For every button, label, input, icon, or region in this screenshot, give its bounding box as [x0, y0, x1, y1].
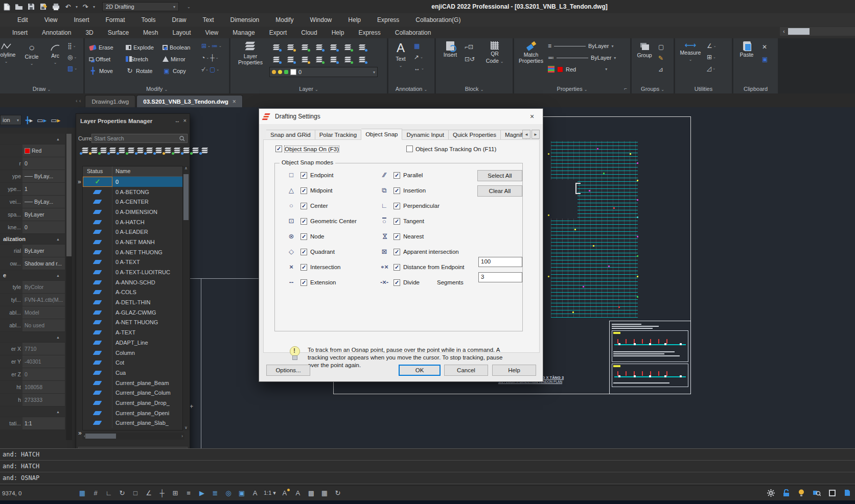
- osnap-checkbox[interactable]: ✓: [301, 187, 307, 194]
- lock-icon[interactable]: [781, 488, 791, 497]
- layer-row[interactable]: ✓ A-NET THUONG: [83, 318, 184, 328]
- menu-item[interactable]: Draw: [164, 16, 195, 23]
- layer-status-cell[interactable]: ✓: [83, 257, 112, 268]
- clear-all-button[interactable]: Clear All: [477, 185, 522, 197]
- layer-tool-icon[interactable]: [315, 57, 323, 63]
- file-tab-active[interactable]: 03.S201_VNB_L3_Tendon.dwg ×: [136, 95, 243, 107]
- panel-label-properties[interactable]: Properties ⌄ ⌐: [514, 86, 630, 92]
- menu-item[interactable]: Help: [340, 16, 369, 23]
- layer-row[interactable]: ✓ ADAPT_Line: [83, 338, 184, 348]
- layer-name[interactable]: ADAPT_Line: [112, 340, 148, 346]
- menu-item[interactable]: Modify: [267, 16, 302, 23]
- layer-row[interactable]: ✓ Current_plane_Colum: [83, 388, 184, 398]
- layer-status-cell[interactable]: ✓: [83, 398, 112, 408]
- divide-checkbox[interactable]: ✓: [394, 279, 400, 286]
- bulb-icon[interactable]: [797, 488, 806, 497]
- ribbon-tab[interactable]: Layout: [165, 29, 198, 36]
- layer-name[interactable]: Current_plane_Openi: [112, 410, 169, 416]
- layer-row[interactable]: ✓ 0 A-NET THUONG: [83, 247, 184, 257]
- match-properties-button[interactable]: Match Properties: [516, 41, 546, 64]
- osnap-checkbox[interactable]: ✓: [394, 203, 400, 209]
- ribbon-tab[interactable]: Annotation: [35, 29, 78, 36]
- calculator-icon[interactable]: ⊞ ⌄: [707, 54, 717, 61]
- layer-name[interactable]: 0 A-BETONG: [112, 189, 149, 195]
- status-toggle-icon[interactable]: ∟: [103, 488, 114, 499]
- selection-dropdown[interactable]: ion▾: [0, 115, 21, 125]
- redo-dropdown-icon[interactable]: ▾: [93, 5, 95, 9]
- array-tool-icon[interactable]: ⊞⌄ ≔⌄: [201, 42, 222, 50]
- command-window[interactable]: and: HATCHand: HATCHand: OSNAP: [0, 448, 855, 485]
- layer-status-cell[interactable]: ✓: [83, 197, 112, 207]
- layer-row[interactable]: ✓ 0 A-NET MANH: [83, 237, 184, 247]
- ungroup-icon[interactable]: ▢: [658, 43, 664, 51]
- layer-name[interactable]: 0 A-LEADER: [112, 229, 148, 235]
- property-row[interactable]: er Y -40301: [0, 355, 65, 368]
- panel-label-groups[interactable]: Groups ⌄: [632, 86, 674, 92]
- scrollbar-thumb[interactable]: [788, 28, 810, 35]
- layer-status-cell[interactable]: ✓: [83, 368, 112, 378]
- new-file-icon[interactable]: [2, 3, 11, 11]
- layer-row[interactable]: ✓ A-COLS: [83, 287, 184, 298]
- property-row[interactable]: tyle ByColor: [0, 281, 65, 293]
- status-toggle-icon[interactable]: ▣: [236, 488, 247, 499]
- cut-icon[interactable]: ✕: [762, 43, 768, 51]
- layer-row[interactable]: ✓ 0 A-LEADER: [83, 227, 184, 237]
- dimension-icon[interactable]: ↔ ⌄: [414, 65, 424, 72]
- layer-status-cell[interactable]: ✓: [83, 388, 112, 398]
- table-icon[interactable]: ▦: [414, 42, 424, 50]
- layer-name[interactable]: 0 A-NET MANH: [112, 239, 155, 245]
- layer-row[interactable]: ✓ Cot: [83, 357, 184, 368]
- layer-tool-icon[interactable]: [287, 44, 295, 51]
- panel-label-modify[interactable]: Modify ⌄: [85, 86, 229, 92]
- status-toggle-icon[interactable]: ┼: [156, 488, 168, 499]
- menu-item[interactable]: Insert: [65, 16, 97, 23]
- menu-item[interactable]: Collaboration(G): [407, 16, 469, 23]
- ribbon-tab[interactable]: Cloud: [294, 29, 324, 36]
- search-badge-icon[interactable]: [812, 488, 821, 497]
- rectangle-tool-icon[interactable]: ⣿ ⌄: [67, 42, 77, 50]
- layer-name[interactable]: 0 A-TEXT-LUOITRUC: [112, 269, 170, 275]
- ribbon-tab[interactable]: Help: [325, 29, 352, 36]
- crossing-select-icon[interactable]: ▭▸: [51, 116, 60, 124]
- layer-status-cell[interactable]: ✓: [83, 378, 112, 388]
- modify-button[interactable]: Rotate: [126, 67, 163, 75]
- layer-name[interactable]: Cot: [112, 359, 124, 366]
- layer-name[interactable]: Column: [112, 350, 135, 356]
- property-row[interactable]: abl... No used: [0, 319, 65, 331]
- layer-tool-icon[interactable]: [344, 44, 352, 51]
- osnap-checkbox[interactable]: ✓: [394, 172, 400, 179]
- palette-scrollbar-thumb[interactable]: [66, 134, 72, 256]
- property-row[interactable]: ype ByLay...: [0, 170, 65, 182]
- osnap-checkbox[interactable]: ✓: [301, 249, 307, 255]
- layer-status-cell[interactable]: ✓: [83, 217, 112, 227]
- layer-name[interactable]: A-NET THUONG: [112, 319, 158, 325]
- status-toggle-icon[interactable]: ◎: [223, 488, 234, 499]
- layer-status-cell[interactable]: ✓: [83, 227, 112, 237]
- collapse-chevron-icon[interactable]: »: [78, 429, 82, 437]
- layer-status-cell[interactable]: ✓: [83, 207, 112, 217]
- property-row[interactable]: ht 108058: [0, 381, 65, 393]
- paste-button[interactable]: Paste: [736, 41, 757, 58]
- layer-name[interactable]: 0 A-TEXT: [112, 259, 140, 265]
- ribbon-tab[interactable]: Collaboration: [388, 29, 438, 36]
- tab-scroll-right-icon[interactable]: ►: [532, 130, 540, 139]
- property-row[interactable]: e: [0, 270, 65, 280]
- layer-status-cell[interactable]: ✓: [83, 348, 112, 358]
- osnap-checkbox[interactable]: ✓: [394, 249, 400, 255]
- property-row[interactable]: ype... 1: [0, 183, 65, 195]
- layer-row[interactable]: ✓ A-GLAZ-CWMG: [83, 307, 184, 318]
- osnap-checkbox[interactable]: ✓: [301, 218, 307, 225]
- layer-tool-icon[interactable]: [301, 44, 309, 51]
- insert-block-button[interactable]: Insert: [439, 41, 461, 58]
- dialog-title-bar[interactable]: Drafting Settings: [259, 109, 543, 124]
- layer-row[interactable]: ✓ Current_plane_Slab_: [83, 418, 184, 428]
- text-button[interactable]: A Text⌄: [390, 41, 411, 69]
- menu-item[interactable]: Text: [195, 16, 222, 23]
- modify-button[interactable]: Erase: [89, 44, 126, 51]
- property-row[interactable]: ow... Shadow and r...: [0, 257, 65, 270]
- dock-icon[interactable]: ↔: [175, 117, 180, 124]
- layer-status-cell[interactable]: ✓: [83, 247, 112, 257]
- status-toggle-icon[interactable]: ≣: [210, 488, 221, 499]
- layer-row[interactable]: ✓ A-ANNO-SCHD: [83, 277, 184, 287]
- search-input[interactable]: Start Search: [91, 134, 188, 143]
